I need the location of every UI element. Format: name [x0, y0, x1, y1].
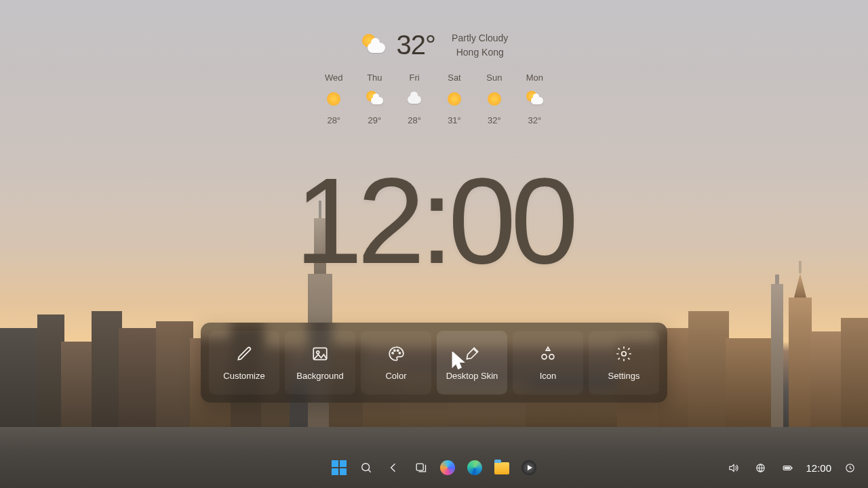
forecast-day[interactable]: Wed 28°	[325, 73, 343, 125]
volume-button[interactable]	[724, 459, 742, 476]
forecast-day[interactable]: Mon 32°	[526, 73, 543, 125]
panel-customize[interactable]: Customize	[209, 331, 279, 394]
action-center-button[interactable]	[841, 459, 859, 476]
desktop-clock[interactable]: 12:00	[0, 150, 868, 291]
forecast-day[interactable]: Sun 32°	[486, 73, 502, 125]
panel-item-label: Customize	[223, 371, 264, 381]
edge-button[interactable]	[466, 459, 484, 476]
weather-temperature: 32°	[397, 30, 436, 60]
panel-item-label: Icon	[540, 371, 557, 381]
panel-desktop-skin[interactable]: Desktop Skin	[437, 331, 507, 394]
forecast-temp: 29°	[368, 115, 381, 125]
cursor-icon	[450, 352, 467, 369]
taskbar: 12:00	[0, 453, 868, 483]
quick-panel: Customize Background Color Desktop Skin …	[201, 323, 667, 403]
folder-icon	[494, 462, 509, 474]
image-icon	[311, 345, 329, 363]
task-view-button[interactable]	[412, 459, 429, 476]
back-button[interactable]	[384, 459, 402, 476]
forecast-day-label: Sun	[486, 73, 502, 83]
panel-item-label: Color	[385, 371, 406, 381]
panel-item-label: Desktop Skin	[446, 371, 498, 381]
network-button[interactable]	[751, 459, 769, 476]
start-button[interactable]	[330, 459, 348, 476]
svg-rect-13	[784, 467, 790, 469]
weather-location: Hong Kong	[452, 45, 508, 60]
panel-color[interactable]: Color	[361, 331, 431, 394]
sunny-icon	[486, 91, 502, 107]
play-icon	[521, 460, 536, 475]
weather-condition: Partly Cloudy	[452, 31, 508, 45]
sunny-icon	[446, 91, 462, 107]
taskbar-clock[interactable]: 12:00	[806, 462, 831, 474]
volume-icon	[728, 462, 739, 474]
svg-point-9	[362, 464, 370, 471]
partly-cloudy-icon	[526, 91, 542, 107]
svg-point-7	[549, 354, 554, 359]
forecast-temp: 28°	[327, 115, 340, 125]
forecast-temp: 32°	[528, 115, 541, 125]
edge-icon	[467, 460, 482, 475]
windows-logo-icon	[332, 460, 347, 475]
panel-background[interactable]: Background	[285, 331, 355, 394]
task-view-icon	[414, 461, 427, 474]
panel-item-label: Settings	[608, 371, 640, 381]
svg-rect-10	[416, 464, 423, 470]
forecast-day-label: Mon	[526, 73, 543, 83]
forecast-temp: 28°	[408, 115, 421, 125]
svg-point-1	[317, 350, 319, 353]
gear-icon	[615, 345, 633, 363]
search-button[interactable]	[357, 459, 375, 476]
palette-icon	[387, 345, 405, 363]
battery-icon	[782, 462, 793, 474]
forecast-day-label: Sat	[448, 73, 461, 83]
globe-icon	[755, 462, 766, 474]
media-player-button[interactable]	[520, 459, 538, 476]
cloudy-icon	[406, 91, 422, 107]
forecast-day-label: Wed	[325, 73, 343, 83]
panel-icon[interactable]: Icon	[513, 331, 583, 394]
svg-point-3	[394, 350, 395, 351]
weather-now-icon	[360, 32, 387, 59]
pencil-icon	[235, 345, 253, 363]
forecast-day-label: Thu	[367, 73, 382, 83]
forecast-day[interactable]: Thu 29°	[366, 73, 382, 125]
copilot-button[interactable]	[439, 459, 456, 476]
chevron-left-icon	[387, 461, 400, 474]
svg-point-8	[622, 351, 627, 356]
panel-item-label: Background	[296, 371, 343, 381]
file-explorer-button[interactable]	[493, 459, 511, 476]
panel-settings[interactable]: Settings	[589, 331, 659, 394]
svg-point-2	[392, 352, 393, 353]
sunny-icon	[326, 91, 342, 107]
weather-forecast: Wed 28° Thu 29° Fri 28° Sat 31° Sun 32° …	[322, 73, 546, 125]
copilot-icon	[440, 460, 455, 475]
svg-point-4	[397, 350, 399, 351]
search-icon	[359, 461, 373, 474]
clock-icon	[844, 462, 856, 474]
battery-button[interactable]	[778, 459, 796, 476]
svg-point-5	[399, 352, 400, 353]
weather-widget[interactable]: 32° Partly Cloudy Hong Kong Wed 28° Thu …	[322, 30, 546, 125]
shapes-icon	[539, 345, 557, 363]
forecast-temp: 32°	[488, 115, 501, 125]
forecast-day-label: Fri	[410, 73, 420, 83]
forecast-temp: 31°	[448, 115, 461, 125]
forecast-day[interactable]: Fri 28°	[406, 73, 422, 125]
forecast-day[interactable]: Sat 31°	[446, 73, 462, 125]
svg-point-6	[542, 354, 547, 359]
partly-cloudy-icon	[366, 91, 382, 107]
